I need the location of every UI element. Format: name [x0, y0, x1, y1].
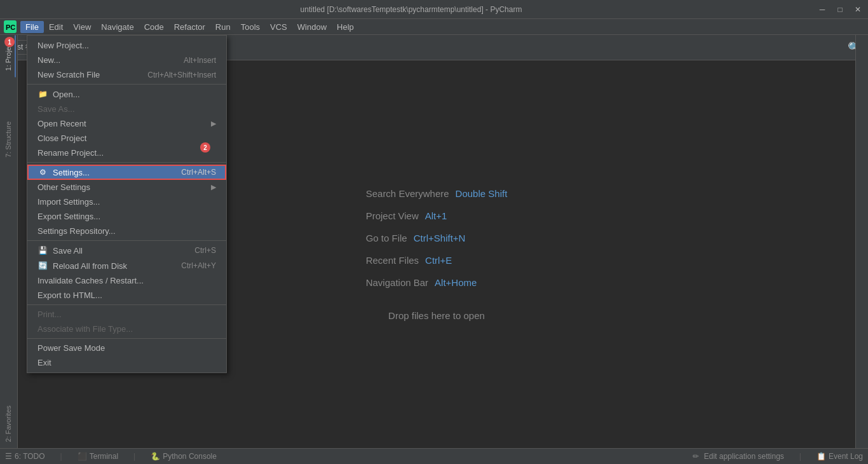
pycharm-logo: PC — [3, 19, 18, 34]
file-menu-dropdown: New Project... New... Alt+Insert New Scr… — [27, 35, 227, 373]
terminal-button[interactable]: ⬛ Terminal — [78, 452, 118, 461]
shortcut-recent: Recent Files Ctrl+E — [366, 255, 508, 266]
badge-2: 2 — [200, 142, 210, 153]
menu-save-as: Save As... — [27, 102, 226, 116]
menu-invalidate[interactable]: Invalidate Caches / Restart... — [27, 273, 226, 288]
right-sidebar-tabs — [855, 35, 868, 448]
menu-settings[interactable]: ⚙ Settings... Ctrl+Alt+S — [27, 165, 226, 180]
menu-code[interactable]: Code — [139, 21, 169, 33]
titlebar-title: untitled [D:\softwaresTemptestk\pycharmt… — [5, 5, 817, 14]
menu-file[interactable]: File — [20, 21, 44, 33]
reload-all-shortcut: Ctrl+Alt+Y — [181, 261, 216, 270]
menu-tools[interactable]: Tools — [236, 21, 265, 33]
menu-other-settings[interactable]: Other Settings ▶ — [27, 180, 226, 194]
python-console-button[interactable]: 🐍 Python Console — [151, 452, 217, 461]
titlebar: untitled [D:\softwaresTemptestk\pycharmt… — [0, 0, 868, 19]
save-as-label: Save As... — [37, 104, 75, 114]
menu-edit[interactable]: Edit — [44, 21, 68, 33]
settings-shortcut: Ctrl+Alt+S — [181, 168, 216, 177]
menu-navigate[interactable]: Navigate — [96, 21, 139, 33]
new-label: New... — [37, 55, 60, 65]
badge-1: 1 — [4, 37, 15, 47]
reload-all-label: Reload All from Disk — [53, 261, 127, 271]
todo-label: 6: TODO — [15, 452, 45, 461]
menu-help[interactable]: Help — [332, 21, 359, 33]
svg-text:PC: PC — [6, 24, 15, 31]
shortcut-label-file: Go to File — [366, 233, 407, 243]
save-icon: 💾 — [37, 245, 48, 256]
drop-files-label: Drop files here to open — [388, 310, 485, 321]
menu-new[interactable]: New... Alt+Insert — [27, 53, 226, 67]
event-log-button[interactable]: 📋 Event Log — [817, 452, 863, 461]
terminal-label: Terminal — [90, 452, 118, 461]
menu-print: Print... — [27, 307, 226, 322]
export-settings-label: Export Settings... — [37, 212, 100, 221]
menu-import-settings[interactable]: Import Settings... — [27, 194, 226, 209]
menu-new-scratch[interactable]: New Scratch File Ctrl+Alt+Shift+Insert — [27, 67, 226, 82]
menu-open-recent[interactable]: Open Recent ▶ — [27, 116, 226, 131]
sidebar-item-favorites[interactable]: 2: Favorites — [2, 399, 16, 448]
new-shortcut: Alt+Insert — [184, 56, 216, 65]
settings-label: Settings... — [53, 168, 90, 177]
menu-vcs[interactable]: VCS — [265, 21, 292, 33]
import-settings-label: Import Settings... — [37, 197, 100, 207]
python-console-label: Python Console — [163, 452, 217, 461]
shortcut-search: Search Everywhere Double Shift — [366, 188, 508, 199]
settings-icon: ⚙ — [37, 167, 48, 177]
edit-settings-label: Edit application settings — [704, 452, 784, 461]
todo-button[interactable]: ☰ 6: TODO — [5, 452, 45, 461]
menu-reload-all[interactable]: 🔄 Reload All from Disk Ctrl+Alt+Y — [27, 258, 226, 273]
menu-export-settings[interactable]: Export Settings... — [27, 209, 226, 224]
menu-save-all[interactable]: 💾 Save All Ctrl+S — [27, 243, 226, 258]
menu-rename-project[interactable]: Rename Project... — [27, 146, 226, 160]
edit-settings-icon: ✏ — [693, 452, 699, 461]
event-log-label: Event Log — [829, 452, 863, 461]
shortcut-label-recent: Recent Files — [366, 255, 419, 266]
titlebar-controls: ─ □ ✕ — [817, 4, 863, 15]
save-all-shortcut: Ctrl+S — [194, 246, 216, 255]
python-console-icon: 🐍 — [151, 452, 160, 461]
maximize-button[interactable]: □ — [835, 4, 845, 15]
open-label: Open... — [53, 90, 80, 99]
sidebar-item-structure[interactable]: 7: Structure — [2, 115, 16, 164]
associate-label: Associate with File Type... — [37, 324, 133, 334]
print-label: Print... — [37, 310, 62, 319]
rename-project-label: Rename Project... — [37, 148, 104, 158]
power-save-label: Power Save Mode — [37, 343, 105, 353]
open-recent-arrow: ▶ — [211, 119, 216, 128]
shortcut-project: Project View Alt+1 — [366, 210, 508, 221]
export-html-label: Export to HTML... — [37, 290, 102, 300]
shortcut-key-navbar: Alt+Home — [435, 277, 477, 288]
menu-open[interactable]: 📁 Open... — [27, 86, 226, 102]
shortcut-key-project: Alt+1 — [425, 210, 447, 221]
menu-close-project[interactable]: Close Project — [27, 131, 226, 146]
left-sidebar-tabs: 1: Project 7: Structure 2: Favorites — [0, 35, 18, 448]
menu-new-project[interactable]: New Project... — [27, 38, 226, 53]
menu-refactor[interactable]: Refactor — [169, 21, 210, 33]
shortcut-label-project: Project View — [366, 210, 419, 221]
shortcut-key-search: Double Shift — [456, 188, 508, 199]
menu-export-html[interactable]: Export to HTML... — [27, 288, 226, 303]
shortcut-key-recent: Ctrl+E — [425, 255, 452, 266]
menu-window[interactable]: Window — [292, 21, 332, 33]
terminal-icon: ⬛ — [78, 452, 87, 461]
minimize-button[interactable]: ─ — [817, 4, 827, 15]
edit-settings-button[interactable]: ✏ Edit application settings — [693, 452, 784, 461]
open-recent-label: Open Recent — [37, 119, 86, 128]
other-settings-arrow: ▶ — [211, 183, 216, 191]
shortcuts-panel: Search Everywhere Double Shift Project V… — [366, 188, 508, 288]
event-log-icon: 📋 — [817, 452, 826, 461]
reload-icon: 🔄 — [37, 261, 48, 271]
open-folder-icon: 📁 — [37, 89, 48, 99]
other-settings-label: Other Settings — [37, 182, 90, 192]
menubar: PC File Edit View Navigate Code Refactor… — [0, 19, 868, 35]
settings-repo-label: Settings Repository... — [37, 226, 116, 236]
close-project-label: Close Project — [37, 133, 86, 143]
menu-view[interactable]: View — [68, 21, 96, 33]
menu-settings-repo[interactable]: Settings Repository... — [27, 224, 226, 238]
menu-run[interactable]: Run — [210, 21, 236, 33]
menu-exit[interactable]: Exit — [27, 355, 226, 370]
new-scratch-shortcut: Ctrl+Alt+Shift+Insert — [147, 71, 216, 79]
menu-power-save[interactable]: Power Save Mode — [27, 341, 226, 355]
close-button[interactable]: ✕ — [853, 4, 863, 15]
